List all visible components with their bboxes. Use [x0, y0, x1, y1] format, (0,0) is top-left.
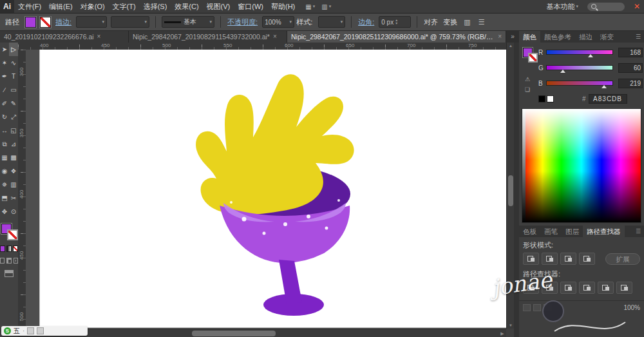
- trim-button[interactable]: [542, 282, 558, 294]
- color-button[interactable]: [0, 246, 5, 252]
- selection-tool[interactable]: ➤: [0, 43, 9, 56]
- pencil-tool[interactable]: ✎: [9, 97, 18, 110]
- transform-icon[interactable]: ▥: [464, 18, 470, 26]
- red-slider[interactable]: [546, 50, 613, 55]
- panel-menu-icon[interactable]: ☰: [636, 226, 644, 237]
- symbol-sprayer-tool[interactable]: ✵: [0, 178, 9, 191]
- fill-color-swatch[interactable]: [25, 17, 36, 28]
- draw-behind-button[interactable]: [6, 258, 11, 264]
- close-button[interactable]: ✕: [634, 2, 640, 11]
- hex-value-input[interactable]: A83CDB: [589, 94, 627, 104]
- eyedropper-tool[interactable]: ◉: [0, 164, 9, 178]
- document-layout-icon[interactable]: ▥: [321, 3, 327, 10]
- arrange-documents-icon[interactable]: ▦: [305, 3, 311, 10]
- menu-help[interactable]: 帮助(H): [267, 0, 299, 13]
- free-transform-tool[interactable]: ◱: [9, 124, 18, 137]
- gradient-tool[interactable]: ▩: [9, 151, 18, 164]
- draw-normal-button[interactable]: [0, 258, 5, 264]
- document-tab-3-active[interactable]: Nipic_29842067_20190825112309686000.ai* …: [287, 31, 506, 43]
- rectangle-tool[interactable]: ▭: [9, 83, 18, 97]
- stroke-profile-select[interactable]: ▾: [111, 16, 149, 28]
- horizontal-scrollbar[interactable]: ◀ ▶: [18, 329, 506, 337]
- red-value[interactable]: 168: [618, 48, 643, 57]
- corner-radius-input[interactable]: 0 px ▴ ▾: [379, 16, 411, 28]
- crop-button[interactable]: [579, 282, 595, 294]
- vertical-scroll-thumb[interactable]: [508, 175, 513, 206]
- tab-color[interactable]: 颜色: [519, 31, 540, 43]
- tab-color-guide[interactable]: 颜色参考: [540, 31, 575, 43]
- gradient-button[interactable]: [6, 246, 12, 252]
- menu-window[interactable]: 窗口(W): [234, 0, 267, 13]
- minus-front-button[interactable]: [542, 253, 558, 265]
- opacity-select[interactable]: 100% ▾: [262, 16, 294, 28]
- artboard-canvas[interactable]: [26, 50, 506, 329]
- brush-select[interactable]: 基本 ▾: [162, 16, 214, 28]
- corner-link[interactable]: 边角:: [358, 17, 374, 27]
- unite-button[interactable]: [523, 253, 539, 265]
- line-tool[interactable]: ∕: [0, 83, 9, 97]
- ime-settings-icon[interactable]: [37, 327, 44, 334]
- panel-stroke-swatch[interactable]: [528, 53, 538, 63]
- menu-view[interactable]: 视图(V): [203, 0, 234, 13]
- outline-button[interactable]: [598, 282, 614, 294]
- green-slider[interactable]: [546, 65, 613, 70]
- canvas-area[interactable]: [26, 50, 506, 329]
- menu-file[interactable]: 文件(F): [14, 0, 45, 13]
- stroke-color-swatch[interactable]: [40, 17, 51, 28]
- magic-wand-tool[interactable]: ✶: [0, 56, 9, 70]
- blue-slider-thumb[interactable]: [601, 85, 607, 88]
- minus-back-button[interactable]: [616, 282, 632, 294]
- intersect-button[interactable]: [560, 253, 576, 265]
- ime-logo-icon[interactable]: S: [4, 327, 11, 334]
- mask-icon[interactable]: [533, 304, 541, 311]
- panel-options-icon[interactable]: ☰: [478, 18, 485, 26]
- rotate-tool[interactable]: ↻: [0, 110, 9, 124]
- menu-select[interactable]: 选择(S): [140, 0, 171, 13]
- screen-mode-button[interactable]: [5, 270, 14, 277]
- document-tab-1[interactable]: 40_2019102109232266676.ai ×: [0, 31, 129, 43]
- expand-button[interactable]: 扩展: [605, 253, 640, 265]
- direct-selection-tool[interactable]: ▷: [9, 43, 18, 56]
- white-swatch[interactable]: [547, 95, 554, 102]
- ime-keyboard-icon[interactable]: [27, 327, 34, 334]
- horizontal-scroll-thumb[interactable]: [192, 331, 276, 336]
- toolbar-stroke-swatch[interactable]: [7, 229, 18, 240]
- tab-close-icon[interactable]: ×: [273, 31, 277, 43]
- mesh-tool[interactable]: ▦: [0, 151, 9, 164]
- panel-menu-icon[interactable]: ☰: [636, 31, 644, 43]
- column-graph-tool[interactable]: ▥: [9, 178, 18, 191]
- ime-mode-label[interactable]: 五: [14, 327, 20, 336]
- tab-swatches[interactable]: 色板: [519, 226, 540, 237]
- tab-stroke[interactable]: 描边: [575, 31, 596, 43]
- transform-panel-link[interactable]: 变换: [443, 17, 457, 27]
- green-value[interactable]: 60: [618, 63, 643, 73]
- paintbrush-tool[interactable]: ✐: [0, 97, 9, 110]
- type-tool[interactable]: T: [9, 70, 18, 83]
- menu-edit[interactable]: 编辑(E): [45, 0, 77, 13]
- menu-effect[interactable]: 效果(C): [171, 0, 202, 13]
- blend-tool[interactable]: ❖: [9, 164, 18, 178]
- style-select[interactable]: ▾: [318, 16, 345, 28]
- merge-button[interactable]: [560, 282, 576, 294]
- isolate-icon[interactable]: [544, 304, 551, 311]
- spin-down-icon[interactable]: ▾: [395, 22, 397, 25]
- collapse-dock-button[interactable]: »: [506, 31, 519, 43]
- exclude-button[interactable]: [579, 253, 595, 265]
- width-tool[interactable]: ↔: [0, 124, 9, 137]
- tab-layers[interactable]: 图层: [562, 226, 583, 237]
- none-button[interactable]: [13, 246, 18, 252]
- artboard-tool[interactable]: ⬒: [0, 191, 9, 205]
- align-panel-link[interactable]: 对齐: [424, 17, 438, 27]
- scroll-right-icon[interactable]: ▶: [498, 329, 506, 337]
- document-tab-2[interactable]: Nipic_29842067_20190829115439732000.ai* …: [129, 31, 287, 43]
- shape-builder-tool[interactable]: ⧉: [0, 137, 9, 151]
- blend-mode-icon[interactable]: [523, 304, 531, 311]
- pen-tool[interactable]: ✒: [0, 70, 9, 83]
- menu-object[interactable]: 对象(O): [77, 0, 109, 13]
- stroke-panel-link[interactable]: 描边:: [55, 17, 71, 27]
- divide-button[interactable]: [523, 282, 539, 294]
- color-spectrum[interactable]: [522, 108, 641, 223]
- tab-close-icon[interactable]: ×: [97, 31, 101, 43]
- menu-type[interactable]: 文字(T): [109, 0, 140, 13]
- tab-close-icon[interactable]: ×: [498, 31, 502, 43]
